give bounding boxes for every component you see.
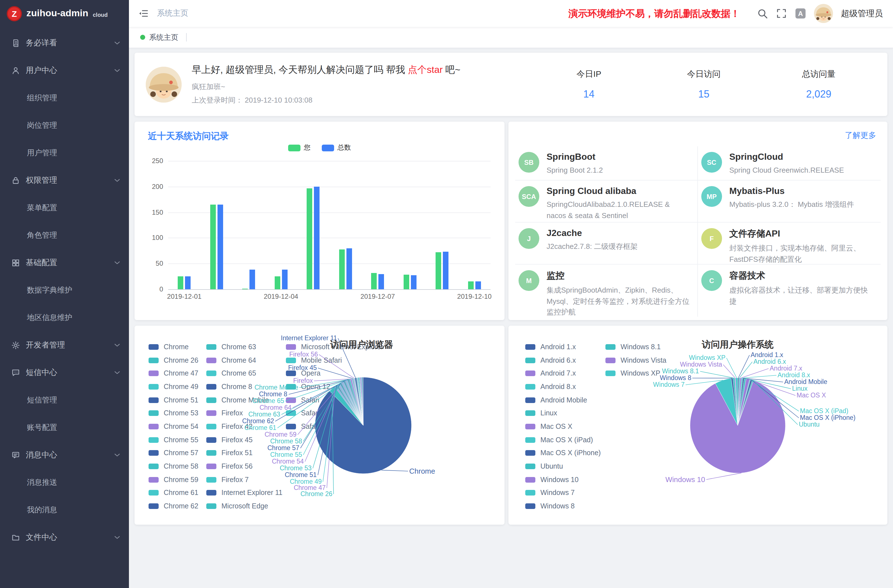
sidebar-item-2[interactable]: 权限管理 (0, 167, 129, 194)
bar (275, 276, 280, 289)
svg-text:A: A (798, 10, 803, 17)
pie-callout-label: Chrome 8 (259, 391, 287, 398)
logo[interactable]: Z zuihou-admin cloud (0, 0, 129, 27)
pie-callout-label: Chrome 55 (270, 451, 302, 459)
sidebar-item-4[interactable]: 开发者管理 (0, 331, 129, 359)
sidebar-item-label: 务必详看 (26, 38, 114, 48)
bar (282, 270, 287, 289)
tech-desc: Spring Boot 2.1.2 (547, 165, 603, 176)
sidebar-subitem[interactable]: 用户管理 (0, 139, 129, 167)
bar (210, 205, 216, 289)
tab-divider (186, 33, 187, 42)
learn-more-link[interactable]: 了解更多 (845, 131, 876, 141)
sidebar-menu: 务必详看用户中心组织管理岗位管理用户管理权限管理菜单配置角色管理基础配置数据字典… (0, 27, 129, 551)
username[interactable]: 超级管理员 (841, 8, 883, 19)
bar-group (200, 161, 233, 289)
chevron-down-icon (114, 179, 120, 182)
pie-callout-label: Chrome 26 (301, 490, 332, 498)
chevron-down-icon (114, 41, 120, 45)
pie-callout-label: Chrome (409, 468, 435, 475)
pie-callout-label: Chrome 58 (270, 438, 302, 445)
pie-callout-label: Chrome 63 (248, 411, 280, 418)
legend-item[interactable]: 您 (288, 143, 311, 152)
sidebar-subitem[interactable]: 数据字典维护 (0, 276, 129, 304)
sidebar-subitem[interactable]: 角色管理 (0, 221, 129, 249)
search-icon[interactable] (757, 8, 768, 19)
tech-desc: Spring Cloud Greenwich.RELEASE (729, 165, 844, 176)
fullscreen-icon[interactable] (776, 8, 787, 19)
legend-chip (288, 144, 301, 151)
y-tick-label: 200 (152, 183, 163, 191)
sidebar-item-6[interactable]: 消息中心 (0, 441, 129, 469)
sidebar-subitem[interactable]: 账号配置 (0, 414, 129, 441)
tech-badge: J (519, 228, 539, 249)
sidebar-item-label: 短信中心 (26, 367, 114, 377)
pie-leader-line (319, 355, 354, 378)
greeting-title-prefix: 早上好, 超级管理员, 今天帮别人解决问题了吗 帮我 (192, 65, 408, 75)
pie-callout-label: Windows 10 (665, 476, 705, 483)
last-login-label: 上次登录时间： (192, 96, 243, 104)
sidebar-item-label: 消息中心 (26, 450, 114, 460)
pie-callout-label: Firefox 56 (289, 351, 318, 358)
y-tick-label: 100 (152, 234, 163, 242)
pie-callout-label: Chrome 59 (265, 431, 296, 438)
tab-home[interactable]: 系统主页 (138, 27, 180, 48)
pie-callout-label: Mac OS X (iPad) (800, 408, 848, 415)
pie-callout-label: Mac OS X (797, 392, 826, 399)
tech-desc: Mybatis-plus 3.2.0： Mybatis 增强组件 (729, 199, 854, 210)
bar-group (362, 161, 394, 289)
star-link[interactable]: 点个star (408, 65, 443, 75)
last-login: 上次登录时间： 2019-12-10 10:03:08 (192, 95, 460, 105)
pie-callout-label: Android 1.x (751, 352, 783, 359)
user-avatar[interactable] (814, 4, 833, 23)
collapse-menu-icon[interactable] (138, 8, 149, 19)
stat: 今日访问15 (646, 69, 761, 100)
pie-callout-label: Ubuntu (799, 421, 819, 428)
sidebar-subitem[interactable]: 短信管理 (0, 386, 129, 414)
bar (339, 249, 345, 289)
tech-desc: 封装文件接口，实现本地存储、阿里云、FastDFS存储的配置化 (729, 243, 873, 264)
stat-value: 14 (531, 88, 646, 100)
sidebar: Z zuihou-admin cloud 务必详看用户中心组织管理岗位管理用户管… (0, 0, 129, 588)
pie-title: 访问用户操作系统 (702, 339, 774, 351)
bar-groups (168, 161, 490, 289)
app-title-suffix: cloud (93, 12, 108, 18)
pie-callout-label: Chrome 57 (268, 445, 299, 452)
sidebar-subitem[interactable]: 我的消息 (0, 496, 129, 523)
sidebar-item-7[interactable]: 文件中心 (0, 523, 129, 551)
sidebar-subitem[interactable]: 组织管理 (0, 84, 129, 111)
sidebar-item-3[interactable]: 基础配置 (0, 249, 129, 276)
greeting-card: 早上好, 超级管理员, 今天帮别人解决问题了吗 帮我 点个star 吧~ 疯狂加… (135, 53, 887, 116)
sidebar-subitem[interactable]: 岗位管理 (0, 111, 129, 139)
tech-desc: 集成SpringBootAdmin、Zipkin、Redis、Mysql、定时任… (547, 285, 690, 317)
sidebar-item-1[interactable]: 用户中心 (0, 57, 129, 84)
tech-name: Spring Cloud alibaba (547, 186, 690, 196)
tech-card: 了解更多 SBSpringBootSpring Boot 2.1.2SCSpri… (508, 122, 887, 320)
pie-callout-label: Android 8.x (777, 371, 810, 379)
legend-item[interactable]: 总数 (322, 143, 351, 152)
font-size-icon[interactable]: A (795, 8, 806, 19)
greeting-avatar (146, 66, 182, 102)
greeting-subtitle: 疯狂加班~ (192, 82, 460, 92)
bar-group (329, 161, 362, 289)
bar-chart: 050100150200250 (168, 161, 490, 289)
grid-icon (11, 258, 20, 267)
sidebar-item-label: 权限管理 (26, 175, 114, 185)
tech-desc: J2cache2.7.8: 二级缓存框架 (547, 241, 637, 252)
stat: 总访问量2,029 (761, 69, 876, 100)
sidebar-subitem[interactable]: 地区信息维护 (0, 304, 129, 331)
pie-leader-line (738, 355, 750, 378)
sidebar-subitem[interactable]: 消息推送 (0, 469, 129, 496)
bar-group (265, 161, 297, 289)
pie-leader-line (740, 362, 752, 378)
bar-group (394, 161, 426, 289)
sidebar-subitem[interactable]: 菜单配置 (0, 194, 129, 221)
y-tick-label: 0 (159, 285, 163, 293)
sidebar-item-0[interactable]: 务必详看 (0, 29, 129, 57)
pie-callout-label: Chrome 61 (244, 424, 277, 432)
pie-callout-label: Android 7.x (770, 365, 802, 372)
stat-value: 15 (646, 88, 761, 100)
tech-item: F文件存储API封装文件接口，实现本地存储、阿里云、FastDFS存储的配置化 (698, 222, 881, 264)
sidebar-item-5[interactable]: 短信中心 (0, 359, 129, 386)
pie-callout-label: Windows Vista (680, 361, 722, 368)
